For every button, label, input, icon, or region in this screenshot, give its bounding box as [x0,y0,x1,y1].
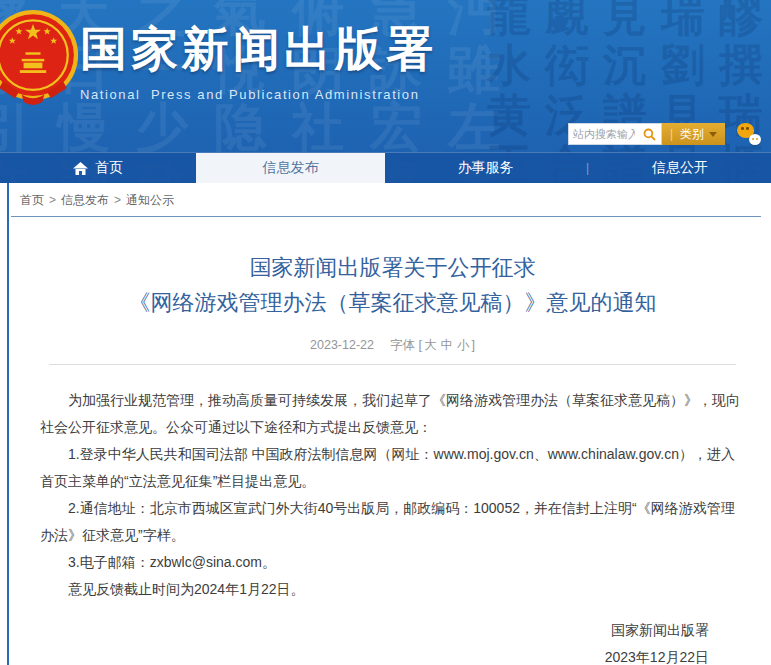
paragraph-deadline: 意见反馈截止时间为2024年1月22日。 [40,576,745,603]
breadcrumb-info-release[interactable]: 信息发布 [61,193,109,207]
site-title-english: National Press and Publication Administr… [80,87,437,102]
font-size-label: 字体 [ [390,338,422,352]
font-size-medium[interactable]: 中 [440,338,453,352]
wechat-icon[interactable] [737,123,761,145]
paragraph-channel-3: 3.电子邮箱：zxbwlc@sina.com。 [40,549,745,576]
chevron-down-icon [709,132,717,137]
search-input[interactable] [569,124,639,144]
site-title: 国家新闻出版署 [80,18,437,81]
breadcrumb-notices[interactable]: 通知公示 [126,193,174,207]
breadcrumb-separator: > [49,193,56,207]
site-brand: 国家新闻出版署 National Press and Publication A… [80,18,437,102]
paragraph-channel-1: 1.登录中华人民共和国司法部 中国政府法制信息网（网址：www.moj.gov.… [40,441,745,495]
breadcrumb-divider [11,216,761,217]
breadcrumb-home[interactable]: 首页 [20,193,44,207]
wechat-bubble-small [749,134,761,145]
font-size-small[interactable]: 小 [457,338,470,352]
nav-item-info-disclosure[interactable]: 信息公开 [589,153,771,183]
article-title-line2: 《网络游戏管理办法（草案征求意见稿）》意见的通知 [40,285,745,320]
nav-label-services: 办事服务 [458,159,514,177]
nav-label-info-release: 信息发布 [263,159,319,177]
nav-item-home[interactable]: 首页 [0,153,196,183]
meta-divider [49,364,736,365]
paragraph-intro: 为加强行业规范管理，推动高质量可持续发展，我们起草了《网络游戏管理办法（草案征求… [40,387,745,441]
main-nav: 首页 信息发布 办事服务 | 信息公开 [0,152,771,183]
category-divider: | [670,127,673,141]
signature-block: 国家新闻出版署 2023年12月22日 [40,617,745,665]
home-icon [73,162,88,175]
category-dropdown[interactable]: | 类别 [662,123,725,145]
article-title: 国家新闻出版署关于公开征求 《网络游戏管理办法（草案征求意见稿）》意见的通知 [40,250,745,320]
national-emblem [0,8,80,106]
page-body: 首页>信息发布>通知公示 国家新闻出版署关于公开征求 《网络游戏管理办法（草案征… [7,183,771,665]
article-meta: 2023-12-22字体 [大中小] [40,337,745,354]
nav-label-home: 首页 [95,159,123,177]
font-size-bracket: ] [471,338,474,352]
publish-date: 2023-12-22 [310,338,374,352]
signature-org: 国家新闻出版署 [40,617,709,644]
notice-article: 国家新闻出版署关于公开征求 《网络游戏管理办法（草案征求意见稿）》意见的通知 2… [9,250,771,665]
article-body: 为加强行业规范管理，推动高质量可持续发展，我们起草了《网络游戏管理办法（草案征求… [40,387,745,603]
search-icon [643,128,656,141]
paragraph-channel-2: 2.通信地址：北京市西城区宣武门外大街40号出版局，邮政编码：100052，并在… [40,495,745,549]
nav-item-services[interactable]: 办事服务 [385,153,586,183]
article-title-line1: 国家新闻出版署关于公开征求 [40,250,745,285]
signature-date: 2023年12月22日 [40,644,709,665]
site-header: 国家新闻出版署 National Press and Publication A… [0,0,771,152]
breadcrumb-separator: > [114,193,121,207]
font-size-large[interactable]: 大 [424,338,437,352]
breadcrumb: 首页>信息发布>通知公示 [9,183,771,216]
category-label: 类别 [680,126,704,143]
top-banner: 懷天之氣俯急沔宇日一悅朗詠雖引慢少隐社宏左在誠致遠風懷大 龍覷見瑞醪水衒沉劉撰黄… [0,0,771,183]
nav-label-info-disclosure: 信息公开 [652,159,708,177]
search-bar: | 类别 [568,122,761,146]
nav-item-info-release[interactable]: 信息发布 [196,153,385,183]
search-button[interactable] [639,124,661,144]
search-box [568,123,662,145]
